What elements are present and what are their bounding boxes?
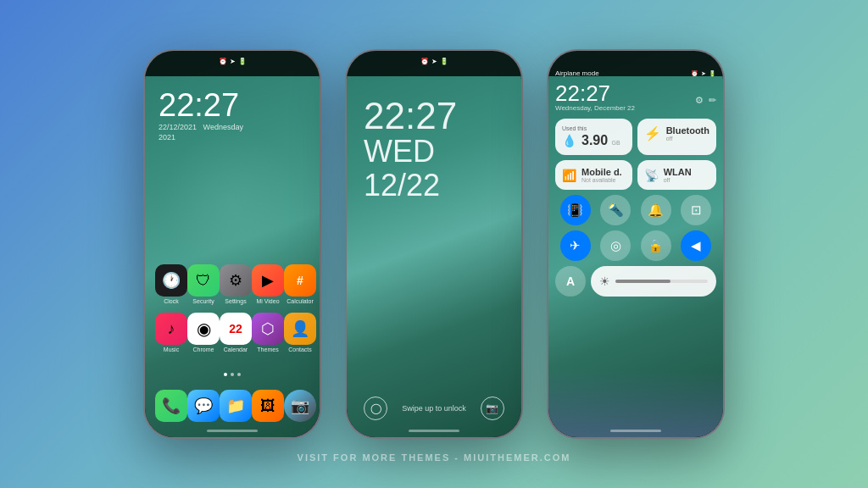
control-center: Airplane mode ⏰ ➤ 🔋 22:27 Wednesday, Dec… xyxy=(555,69,716,297)
dot-3 xyxy=(237,373,241,376)
mobile-icon: 📶 xyxy=(562,169,576,182)
themes-icon[interactable]: ⬡ xyxy=(252,313,284,345)
messages-icon[interactable]: 💬 xyxy=(187,390,220,422)
airplane-button[interactable]: ✈ xyxy=(560,230,591,261)
calculator-label: Calculator xyxy=(287,298,314,304)
app-calculator[interactable]: # Calculator xyxy=(284,264,316,304)
camera-icon[interactable]: 📷 xyxy=(284,390,316,422)
calendar-icon[interactable]: 22 xyxy=(220,313,252,345)
app-security[interactable]: 🛡 Security xyxy=(187,264,220,304)
phone-2-screen: ⏰ ➤ 🔋 22:27 WED 12/22 ◯ Swipe up to unlo… xyxy=(347,51,521,437)
lock-alarm-icon: ⏰ xyxy=(420,58,429,65)
lock-clock: 22:27 WED 12/22 xyxy=(364,97,457,202)
cc-mobile-tile[interactable]: 📶 Mobile d. Not available xyxy=(555,160,632,190)
app-clock[interactable]: 🕐 Clock xyxy=(155,264,187,304)
app-music[interactable]: ♪ Music xyxy=(155,313,187,352)
location-button[interactable]: ◀ xyxy=(681,230,711,261)
settings-icon[interactable]: ⚙ xyxy=(220,264,252,297)
themes-label: Themes xyxy=(257,347,278,352)
dock-camera[interactable]: 📷 xyxy=(284,390,316,422)
bt-tile-main: ⚡ Bluetooth off xyxy=(644,125,709,141)
clock-icon[interactable]: 🕐 xyxy=(155,264,187,297)
cc-settings-icon[interactable]: ⚙ xyxy=(695,95,704,106)
dock-files[interactable]: 📁 xyxy=(220,390,252,422)
lock-status-icons: ⏰ ➤ 🔋 xyxy=(420,58,448,65)
dock-phone[interactable]: 📞 xyxy=(155,390,187,422)
data-tile-main: 💧 3.90 GB xyxy=(562,133,626,148)
phone-3-screen: Airplane mode ⏰ ➤ 🔋 22:27 Wednesday, Dec… xyxy=(548,51,723,437)
lock-camera-icon: 📷 xyxy=(486,402,498,414)
vibrate-button[interactable]: 📳 xyxy=(560,195,591,225)
brightness-bar xyxy=(615,280,708,283)
flashlight-button[interactable]: 🔦 xyxy=(600,195,631,225)
lock-rotate-button[interactable]: 🔒 xyxy=(641,230,671,261)
clock-label: Clock xyxy=(164,298,179,304)
dock-gallery[interactable]: 🖼 xyxy=(252,390,284,422)
security-label: Security xyxy=(192,298,214,304)
wlan-info: WLAN off xyxy=(664,167,692,183)
cc-bluetooth-tile[interactable]: ⚡ Bluetooth off xyxy=(637,119,716,155)
mobile-tile-main: 📶 Mobile d. Not available xyxy=(562,167,626,183)
security-icon[interactable]: 🛡 xyxy=(187,264,220,297)
lock-home-indicator xyxy=(409,430,459,432)
cc-edit-icon[interactable]: ✏ xyxy=(709,95,716,106)
mivideo-icon[interactable]: ▶ xyxy=(252,264,284,297)
data-icon: 💧 xyxy=(562,134,576,147)
app-mivideo[interactable]: ▶ Mi Video xyxy=(252,264,284,304)
clock-date: 22/12/2021 Wednesday xyxy=(159,123,243,131)
mobile-status: Not available xyxy=(581,177,622,183)
calculator-icon[interactable]: # xyxy=(284,264,316,297)
location-icon: ◀ xyxy=(691,238,701,253)
clock-year: 2021 xyxy=(159,133,243,141)
screen-record-icon: ⊡ xyxy=(691,202,702,218)
nfc-button[interactable]: ◎ xyxy=(600,230,631,261)
files-icon[interactable]: 📁 xyxy=(220,390,252,422)
arrow-icon: ➤ xyxy=(230,58,236,65)
brightness-slider[interactable]: ☀ xyxy=(591,266,716,297)
airplane-label: Airplane mode xyxy=(555,69,599,77)
bluetooth-status: off xyxy=(666,136,709,141)
lock-arrow-icon: ➤ xyxy=(431,58,437,65)
cc-top-bar: Airplane mode ⏰ ➤ 🔋 xyxy=(555,69,716,77)
flashlight-icon: 🔦 xyxy=(608,202,624,218)
music-label: Music xyxy=(164,347,179,352)
app-chrome[interactable]: ◉ Chrome xyxy=(187,313,220,352)
chrome-icon[interactable]: ◉ xyxy=(187,313,220,345)
bell-button[interactable]: 🔔 xyxy=(641,195,671,225)
contacts-icon[interactable]: 👤 xyxy=(284,313,316,345)
phone-2-status-bar: ⏰ ➤ 🔋 xyxy=(347,58,521,65)
app-row-1: 🕐 Clock 🛡 Security ⚙ Settings ▶ Mi Video xyxy=(155,264,309,304)
bell-icon: 🔔 xyxy=(648,202,664,218)
wlan-tile-main: 📡 WLAN off xyxy=(644,167,709,183)
phone-icon[interactable]: 📞 xyxy=(155,390,187,422)
lock-camera-button[interactable]: 📷 xyxy=(481,396,504,420)
app-contacts[interactable]: 👤 Contacts xyxy=(284,313,316,352)
app-grid: 🕐 Clock 🛡 Security ⚙ Settings ▶ Mi Video xyxy=(155,264,309,361)
contacts-label: Contacts xyxy=(288,347,312,352)
brightness-icon: ☀ xyxy=(599,274,610,288)
bluetooth-icon: ⚡ xyxy=(644,125,661,141)
cc-wlan-tile[interactable]: 📡 WLAN off xyxy=(637,160,716,190)
app-calendar[interactable]: 22 Calendar xyxy=(220,313,252,352)
dot-1 xyxy=(224,373,227,376)
phone-3: Airplane mode ⏰ ➤ 🔋 22:27 Wednesday, Dec… xyxy=(547,49,725,439)
app-themes[interactable]: ⬡ Themes xyxy=(252,313,284,352)
bluetooth-label: Bluetooth xyxy=(666,125,709,136)
cc-date-icons-row: 22:27 Wednesday, December 22 ⚙ ✏ xyxy=(555,82,716,119)
screen-record-button[interactable]: ⊡ xyxy=(681,195,711,225)
data-value: 3.90 xyxy=(581,133,608,147)
settings-label: Settings xyxy=(225,298,246,304)
torch-button[interactable]: ◯ xyxy=(364,396,387,420)
cc-data-tile[interactable]: Used this 💧 3.90 GB xyxy=(555,119,632,155)
cc-status-icons: ⏰ ➤ 🔋 xyxy=(691,70,716,77)
music-icon[interactable]: ♪ xyxy=(155,313,187,345)
a-button[interactable]: A xyxy=(555,266,586,297)
cc-buttons-row-2: ✈ ◎ 🔒 ◀ xyxy=(555,230,716,261)
data-unit: GB xyxy=(612,140,620,146)
gallery-icon[interactable]: 🖼 xyxy=(252,390,284,422)
data-values: 3.90 GB xyxy=(581,133,620,148)
cc-bottom-controls: A ☀ xyxy=(555,266,716,297)
cc-home-indicator xyxy=(610,430,661,432)
app-settings[interactable]: ⚙ Settings xyxy=(220,264,252,304)
dock-messages[interactable]: 💬 xyxy=(187,390,220,422)
